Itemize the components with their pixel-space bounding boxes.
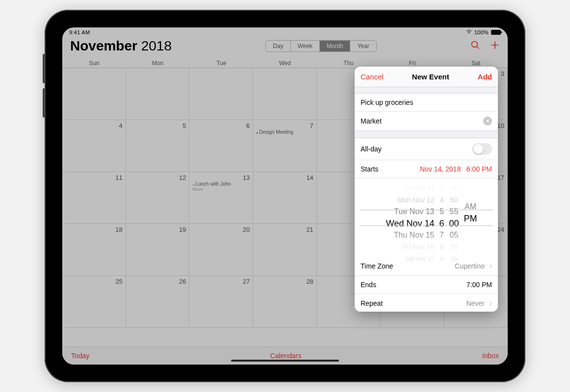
view-day[interactable]: Day xyxy=(266,41,290,51)
event-location-field[interactable]: Market ✕ xyxy=(355,112,498,130)
popover-body[interactable]: Pick up groceries Market ✕ All-day Start… xyxy=(355,87,498,312)
event-title-field[interactable]: Pick up groceries xyxy=(355,94,498,112)
ends-value: 7:00 PM xyxy=(466,281,492,289)
device-button xyxy=(43,88,46,118)
calendar-cell[interactable]: 14 xyxy=(253,172,317,224)
svg-point-0 xyxy=(472,42,478,48)
calendar-cell[interactable]: 11 xyxy=(62,172,126,224)
wheel-ampm-col[interactable]: AMPM xyxy=(464,182,477,253)
wifi-icon xyxy=(466,29,472,35)
calendar-cell[interactable]: 26 xyxy=(126,276,190,328)
repeat-row[interactable]: Repeat Never › xyxy=(355,294,498,312)
wheel-minute-col[interactable]: 45505500051015 xyxy=(449,182,459,253)
calendar-cell[interactable] xyxy=(62,68,126,120)
repeat-value: Never xyxy=(466,299,484,307)
starts-time-value: 6:00 PM xyxy=(466,165,492,173)
today-button[interactable]: Today xyxy=(71,352,89,360)
cancel-button[interactable]: Cancel xyxy=(361,73,384,81)
calendar-header: November 2018 Day Week Month Year xyxy=(62,35,508,59)
popover-header: Cancel New Event Add xyxy=(355,67,498,87)
new-event-popover: Cancel New Event Add Pick up groceries M… xyxy=(355,67,498,312)
view-segmented-control[interactable]: Day Week Month Year xyxy=(265,40,376,52)
allday-toggle[interactable] xyxy=(472,143,492,155)
timezone-label: Time Zone xyxy=(361,262,393,270)
calendar-cell[interactable]: 13Lunch with JohnNoon xyxy=(189,172,253,224)
inbox-button[interactable]: Inbox xyxy=(482,352,499,360)
device-button xyxy=(43,54,46,83)
datetime-wheel-picker[interactable]: Sun Nov 11Mon Nov 12Tue Nov 13Wed Nov 14… xyxy=(355,178,498,257)
calendar-cell[interactable]: 28 xyxy=(253,276,317,328)
calendar-cell[interactable]: 4 xyxy=(62,120,126,172)
popover-title: New Event xyxy=(412,73,449,81)
calendar-cell[interactable]: 7Design Meeting xyxy=(253,120,317,172)
calendar-cell[interactable]: 25 xyxy=(62,276,126,328)
calendar-cell[interactable]: 21 xyxy=(253,224,317,276)
view-week[interactable]: Week xyxy=(291,41,320,51)
calendars-button[interactable]: Calendars xyxy=(270,352,302,360)
screen: 9:41 AM 100% November 2018 Day Week Mont… xyxy=(62,27,508,365)
event-location-value: Market xyxy=(361,117,382,125)
calendar-cell[interactable]: 6 xyxy=(189,120,253,172)
starts-date-value: Nov 14, 2018 xyxy=(420,165,461,173)
view-month[interactable]: Month xyxy=(320,41,350,51)
calendar-footer: Today Calendars Inbox xyxy=(62,346,508,365)
home-indicator[interactable] xyxy=(231,360,339,362)
calendar-cell[interactable] xyxy=(253,68,317,120)
calendar-cell[interactable] xyxy=(189,68,253,120)
calendar-event[interactable]: Design Meeting xyxy=(256,129,313,135)
calendar-cell[interactable]: 20 xyxy=(189,224,253,276)
allday-label: All-day xyxy=(361,145,382,153)
wheel-date-col[interactable]: Sun Nov 11Mon Nov 12Tue Nov 13Wed Nov 14… xyxy=(375,182,434,253)
calendar-cell[interactable]: 18 xyxy=(62,224,126,276)
timezone-value: Cupertino xyxy=(455,262,485,270)
event-title-value: Pick up groceries xyxy=(361,98,413,106)
starts-row[interactable]: Starts Nov 14, 2018 6:00 PM xyxy=(355,160,498,178)
calendar-cell[interactable]: 12 xyxy=(126,172,190,224)
calendar-event[interactable]: Lunch with John xyxy=(192,181,250,187)
ends-label: Ends xyxy=(361,281,376,289)
starts-label: Starts xyxy=(361,165,379,173)
ipad-device: 9:41 AM 100% November 2018 Day Week Mont… xyxy=(45,10,525,382)
calendar-cell[interactable] xyxy=(126,68,190,120)
svg-line-1 xyxy=(477,47,479,49)
add-button[interactable]: Add xyxy=(478,73,492,81)
battery-icon xyxy=(491,30,501,35)
clear-location-icon[interactable]: ✕ xyxy=(483,117,492,125)
search-icon[interactable] xyxy=(470,40,480,52)
status-time: 9:41 AM xyxy=(69,29,90,35)
calendar-cell[interactable]: 19 xyxy=(126,224,190,276)
chevron-right-icon: › xyxy=(490,262,492,270)
chevron-right-icon: › xyxy=(490,299,492,307)
wheel-hour-col[interactable]: 3456789 xyxy=(439,182,444,253)
calendar-cell[interactable]: 27 xyxy=(189,276,253,328)
ends-row[interactable]: Ends 7:00 PM xyxy=(355,276,498,294)
view-year[interactable]: Year xyxy=(350,41,376,51)
page-title: November 2018 xyxy=(70,38,172,54)
battery-percent: 100% xyxy=(474,29,489,35)
calendar-cell[interactable]: 5 xyxy=(126,120,190,172)
add-event-icon[interactable] xyxy=(490,40,500,52)
status-bar: 9:41 AM 100% xyxy=(62,27,508,35)
repeat-label: Repeat xyxy=(361,299,383,307)
allday-row: All-day xyxy=(355,138,498,160)
